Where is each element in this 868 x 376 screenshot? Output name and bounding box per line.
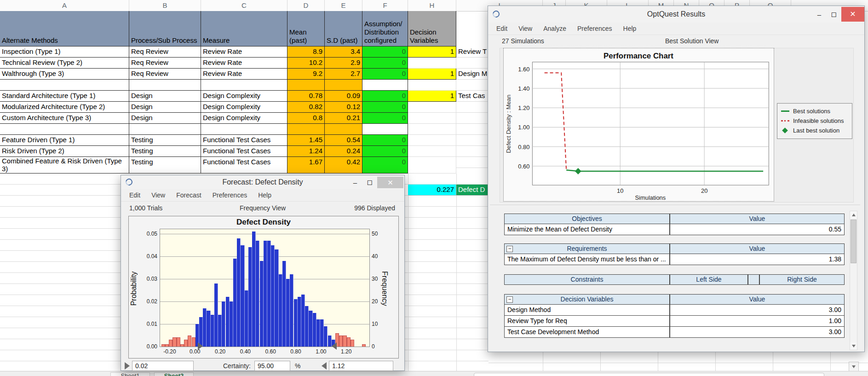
scroll-thumb[interactable] xyxy=(851,220,857,263)
cell-mean[interactable]: 1.45 xyxy=(287,135,325,146)
cell-mean[interactable]: 9.2 xyxy=(287,69,325,80)
menu-help[interactable]: Help xyxy=(623,25,637,32)
cell-process[interactable]: Design xyxy=(129,102,201,113)
cell-assumption[interactable] xyxy=(362,80,408,91)
cell-sd[interactable]: 3.4 xyxy=(325,46,362,58)
cell-method[interactable]: Standard Architecture (Type 1) xyxy=(0,91,129,102)
cell-mean[interactable] xyxy=(287,80,325,91)
table-header-requirements[interactable]: Value xyxy=(670,243,845,254)
cell-mean[interactable]: 0.8 xyxy=(287,113,325,124)
excel-horizontal-scrollbar[interactable] xyxy=(474,373,824,376)
table-header-decision_variables[interactable]: Value xyxy=(670,294,845,305)
cell-assumption[interactable]: 0 xyxy=(362,58,408,69)
cell-process[interactable]: Testing xyxy=(129,135,201,146)
table-header-constraints[interactable]: Right Side xyxy=(759,274,845,285)
splitter[interactable] xyxy=(490,205,860,206)
cell-method[interactable]: Modularized Architecture (Type 2) xyxy=(0,102,129,113)
cell-mean[interactable]: 0.78 xyxy=(287,91,325,102)
cell-sd[interactable] xyxy=(325,80,362,91)
cell-process[interactable]: Design xyxy=(129,113,201,124)
cell-measure[interactable]: Design Complexity xyxy=(201,113,287,124)
cell-measure[interactable] xyxy=(201,80,287,91)
maximize-button[interactable]: ◻ xyxy=(362,178,377,186)
cell-measure[interactable]: Functional Test Cases xyxy=(201,135,287,146)
close-button[interactable]: ✕ xyxy=(841,7,864,22)
table-cell[interactable]: 1.38 xyxy=(670,254,845,265)
cell-assumption[interactable]: 0 xyxy=(362,146,408,157)
cell-process[interactable]: Testing xyxy=(129,157,201,174)
cell-method[interactable]: Technical Review (Type 2) xyxy=(0,58,129,69)
forecast-titlebar[interactable]: Forecast: Defect Density – ◻ ✕ xyxy=(121,175,404,189)
certainty-input[interactable]: 95.00 xyxy=(254,361,290,371)
header-cell[interactable]: Alternate Methods xyxy=(0,11,129,46)
cell-process[interactable] xyxy=(129,124,201,135)
cell-sd[interactable]: 2.7 xyxy=(325,69,362,80)
cell-measure[interactable]: Review Rate xyxy=(201,46,287,58)
cell-assumption[interactable]: 0 xyxy=(362,46,408,58)
cell-assumption[interactable]: 0 xyxy=(362,91,408,102)
menu-analyze[interactable]: Analyze xyxy=(543,25,566,32)
cell-decision[interactable] xyxy=(408,157,456,174)
column-letter-D[interactable]: D xyxy=(287,0,325,11)
cell-decision[interactable] xyxy=(408,58,456,69)
table-header-constraints[interactable]: Left Side xyxy=(670,274,748,285)
cell-decision[interactable] xyxy=(408,102,456,113)
cell-decision[interactable] xyxy=(408,80,456,91)
cell-measure[interactable]: Functional Test Cases xyxy=(201,157,287,174)
range-max-input[interactable]: 1.12 xyxy=(329,361,393,371)
cell-assumption[interactable]: 0 xyxy=(362,113,408,124)
table-header-constraints[interactable]: Constraints xyxy=(504,274,670,285)
cell-process[interactable]: Design xyxy=(129,91,201,102)
cell-sd[interactable]: 0.24 xyxy=(325,146,362,157)
cell-assumption[interactable]: 0 xyxy=(362,157,408,174)
menu-edit[interactable]: Edit xyxy=(129,191,140,199)
cell-assumption[interactable]: 0 xyxy=(362,102,408,113)
cell-method[interactable]: Walthrough (Type 3) xyxy=(0,69,129,80)
header-cell[interactable]: Assumption/ Distribution configured xyxy=(362,11,408,46)
cell-method[interactable]: Inspection (Type 1) xyxy=(0,46,129,58)
header-cell[interactable]: Decision Variables xyxy=(408,11,456,46)
cell-decision[interactable]: 1 xyxy=(408,91,456,102)
cell-decision[interactable] xyxy=(408,124,456,135)
table-header-objectives[interactable]: Objectives xyxy=(504,214,670,224)
cell-measure[interactable]: Functional Test Cases xyxy=(201,146,287,157)
table-cell[interactable]: The Maximum of Defect Density must be le… xyxy=(504,254,670,265)
header-cell[interactable]: S.D (past) xyxy=(325,11,362,46)
table-header-objectives[interactable]: Value xyxy=(670,214,845,224)
cell-sd[interactable]: 0.12 xyxy=(325,102,362,113)
cell-certainty-value[interactable]: 0.227 xyxy=(408,185,456,196)
scroll-up-button[interactable] xyxy=(850,211,857,219)
cell-sd[interactable]: 0.21 xyxy=(325,113,362,124)
column-letter-B[interactable]: B xyxy=(129,0,201,11)
right-range-arrow-icon[interactable] xyxy=(322,362,327,370)
tab-sheet2[interactable]: Sheet2 xyxy=(154,372,194,376)
tab-sheet1[interactable]: Sheet1 xyxy=(110,372,150,376)
cell-process[interactable] xyxy=(129,80,201,91)
table-cell[interactable]: Design Method xyxy=(504,304,670,316)
menu-preferences[interactable]: Preferences xyxy=(213,191,247,199)
table-header-decision_variables[interactable]: Decision Variables− xyxy=(504,294,670,305)
column-letter-A[interactable]: A xyxy=(0,0,129,11)
cell-decision[interactable] xyxy=(408,135,456,146)
cell-method[interactable]: Feature Driven (Type 1) xyxy=(0,135,129,146)
excel-scroll-down-button[interactable] xyxy=(849,362,859,371)
left-range-arrow-icon[interactable] xyxy=(125,362,130,370)
cell-method[interactable]: Combined Feature & Risk Driven (Type 3) xyxy=(0,157,129,174)
cell-process[interactable]: Req Review xyxy=(129,46,201,58)
cell-measure[interactable]: Review Rate xyxy=(201,69,287,80)
cell-sd[interactable] xyxy=(325,124,362,135)
cell-sd[interactable]: 0.54 xyxy=(325,135,362,146)
menu-view[interactable]: View xyxy=(518,25,532,32)
optquest-titlebar[interactable]: OptQuest Results – ◻ ✕ xyxy=(488,6,864,23)
cell-assumption[interactable]: 0 xyxy=(362,69,408,80)
cell-assumption[interactable] xyxy=(362,124,408,135)
table-cell[interactable]: 3.00 xyxy=(670,326,845,338)
cell-mean[interactable]: 8.9 xyxy=(287,46,325,58)
cell-sd[interactable]: 2.9 xyxy=(325,58,362,69)
excel-grid-left[interactable] xyxy=(0,174,121,371)
excel-grid-bottom-right[interactable] xyxy=(489,352,868,371)
close-button[interactable]: ✕ xyxy=(377,177,403,188)
header-cell[interactable]: Process/Sub Process xyxy=(129,11,201,46)
optquest-scrollbar[interactable] xyxy=(850,211,857,350)
table-cell[interactable]: 3.00 xyxy=(670,304,845,316)
